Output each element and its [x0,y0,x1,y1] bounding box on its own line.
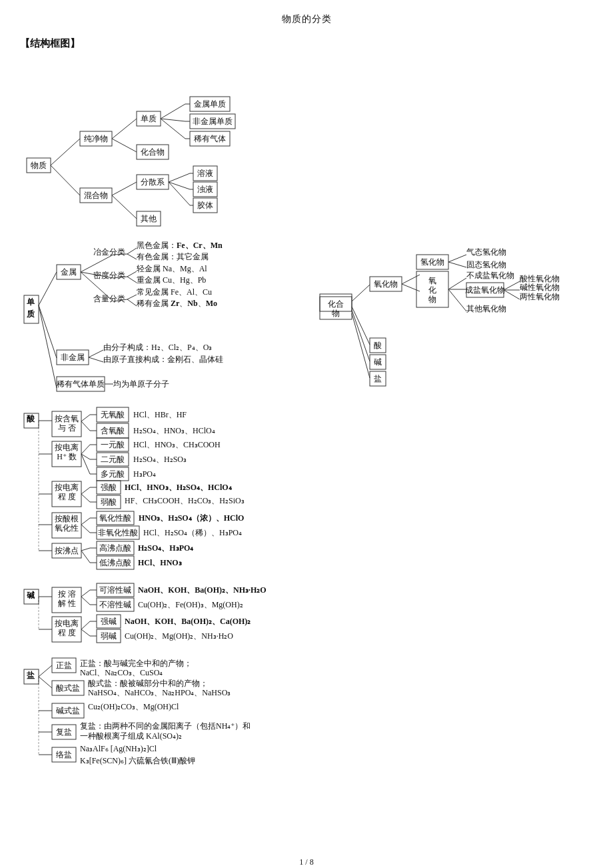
svg-text:单质: 单质 [141,114,157,123]
svg-text:由分子构成：H₂、Cl₂、P₄、O₃: 由分子构成：H₂、Cl₂、P₄、O₃ [103,343,212,352]
svg-line-7 [51,165,80,195]
svg-text:按酸根: 按酸根 [55,514,79,523]
svg-text:弱酸: 弱酸 [101,497,117,507]
svg-text:按电离: 按电离 [55,483,79,492]
svg-line-244 [39,677,52,688]
svg-line-38 [169,173,190,182]
svg-line-120 [504,290,520,299]
svg-text:H₂SO₄、HNO₃、HClO₄: H₂SO₄、HNO₃、HClO₄ [133,426,215,435]
svg-text:稀有气体: 稀有气体 [194,134,226,143]
svg-text:不成盐氧化物: 不成盐氧化物 [466,271,514,280]
svg-text:单: 单 [27,297,35,307]
svg-line-113 [448,289,466,311]
svg-text:氧化物: 氧化物 [374,279,398,289]
svg-line-134 [81,415,90,421]
svg-line-118 [504,281,520,290]
svg-text:HCl、HBr、HF: HCl、HBr、HF [133,410,187,419]
svg-text:一种酸根离子组成    KAl(SO₄)₂: 一种酸根离子组成 KAl(SO₄)₂ [80,731,182,741]
svg-text:按 溶: 按 溶 [58,589,76,599]
svg-text:NaOH、KOH、Ba(OH)₂、NH₃·H₂O: NaOH、KOH、Ba(OH)₂、NH₃·H₂O [138,585,267,595]
svg-text:其他氧化物: 其他氧化物 [466,304,506,313]
svg-text:混合物: 混合物 [84,191,108,200]
svg-line-12 [112,119,137,139]
svg-text:按沸点: 按沸点 [55,546,79,555]
svg-text:按电离: 按电离 [55,443,79,452]
svg-line-90 [352,313,370,378]
svg-line-88 [352,307,370,345]
svg-text:一元酸: 一元酸 [101,440,125,449]
svg-line-184 [81,518,90,525]
svg-text:正盐：酸与碱完全中和的产物；: 正盐：酸与碱完全中和的产物； [80,659,192,668]
svg-line-64 [127,277,137,283]
svg-line-78 [89,357,103,362]
svg-text:均为单原子分子: 均为单原子分子 [113,379,169,389]
svg-text:纯净物: 纯净物 [84,134,108,143]
svg-text:气态氢化物: 气态氢化物 [466,247,506,257]
svg-text:Na₃AlF₆    [Ag(NH₃)₂]Cl: Na₃AlF₆ [Ag(NH₃)₂]Cl [80,744,157,753]
svg-text:与 否: 与 否 [58,423,76,433]
svg-text:化合物: 化合物 [141,147,165,157]
svg-text:Cu₂(OH)₂CO₃、Mg(OH)Cl: Cu₂(OH)₂CO₃、Mg(OH)Cl [88,702,179,711]
svg-line-107 [448,255,466,262]
svg-text:K₃[Fe(SCN)₆] 六硫氰合铁(Ⅲ)酸钾: K₃[Fe(SCN)₆] 六硫氰合铁(Ⅲ)酸钾 [80,756,195,765]
svg-text:程 度: 程 度 [58,628,76,637]
svg-line-108 [448,262,466,267]
svg-text:固态氢化物: 固态氢化物 [466,260,506,269]
svg-text:分散系: 分散系 [141,177,165,187]
svg-line-185 [81,525,90,533]
svg-text:按含氧: 按含氧 [55,414,79,423]
svg-text:酸: 酸 [27,414,35,423]
svg-line-87 [352,285,370,301]
svg-text:有色金属：其它金属: 有色金属：其它金属 [137,252,209,261]
svg-line-76 [89,350,103,357]
svg-text:正盐: 正盐 [56,661,72,670]
svg-line-51 [39,305,57,388]
svg-text:非金属: 非金属 [61,353,85,362]
svg-line-30 [112,182,137,195]
svg-text:金属单质: 金属单质 [194,99,226,109]
svg-text:HNO₃、H₂SO₄（浓）、HClO: HNO₃、H₂SO₄（浓）、HClO [139,513,244,523]
svg-text:HCl、HNO₃: HCl、HNO₃ [138,558,182,567]
svg-text:碱: 碱 [27,591,35,600]
svg-line-49 [39,272,57,305]
svg-line-31 [112,195,137,219]
svg-text:其他: 其他 [141,214,157,223]
svg-text:溶液: 溶液 [197,169,213,178]
svg-text:轻金属 Na、Mg、Al: 轻金属 Na、Mg、Al [137,264,207,273]
svg-text:由原子直接构成：金刚石、晶体硅: 由原子直接构成：金刚石、晶体硅 [103,355,223,364]
svg-text:不溶性碱: 不溶性碱 [99,600,131,609]
svg-line-214 [81,590,90,597]
svg-text:H₃PO₄: H₃PO₄ [133,469,156,479]
svg-line-22 [161,119,185,139]
svg-text:NaHSO₄、NaHCO₃、Na₂HPO₄、NaHSO₃: NaHSO₄、NaHCO₃、Na₂HPO₄、NaHSO₃ [88,688,231,697]
svg-line-63 [127,271,137,277]
svg-text:氧化性: 氧化性 [55,523,79,533]
svg-text:质: 质 [26,309,35,319]
svg-text:可溶性碱: 可溶性碱 [99,585,131,595]
svg-line-13 [112,139,137,152]
svg-text:酸式盐：酸被碱部分中和的产物；: 酸式盐：酸被碱部分中和的产物； [88,679,208,688]
svg-text:酸: 酸 [374,341,382,350]
svg-text:成盐氧化物: 成盐氧化物 [465,285,505,295]
svg-text:两性氧化物: 两性氧化物 [520,292,560,301]
svg-text:H⁺ 数: H⁺ 数 [57,452,77,461]
svg-text:二元酸: 二元酸 [101,455,125,464]
svg-text:按电离: 按电离 [55,619,79,628]
svg-text:含氧酸: 含氧酸 [101,426,125,435]
svg-text:盐: 盐 [374,374,382,383]
svg-text:金属: 金属 [61,267,77,277]
svg-text:HCl、HNO₃、H₂SO₄、HClO₄: HCl、HNO₃、H₂SO₄、HClO₄ [125,483,232,492]
svg-text:H₂SO₄、H₂SO₃: H₂SO₄、H₂SO₃ [133,455,187,464]
svg-text:Cu(OH)₂、Mg(OH)₂、NH₃·H₂O: Cu(OH)₂、Mg(OH)₂、NH₃·H₂O [125,631,233,641]
svg-text:氧化性酸: 氧化性酸 [99,513,131,523]
svg-text:胶体: 胶体 [197,201,213,210]
svg-line-70 [127,295,137,299]
svg-text:物: 物 [428,295,436,304]
svg-line-99 [402,275,420,284]
svg-text:高沸点酸: 高沸点酸 [99,543,131,553]
svg-text:氢化物: 氢化物 [420,257,444,267]
svg-text:HCl、HNO₃、CH₃COOH: HCl、HNO₃、CH₃COOH [133,440,221,449]
svg-line-169 [81,487,90,494]
svg-line-170 [81,494,90,502]
svg-text:黑色金属：Fe、Cr、Mn: 黑色金属：Fe、Cr、Mn [137,241,223,250]
